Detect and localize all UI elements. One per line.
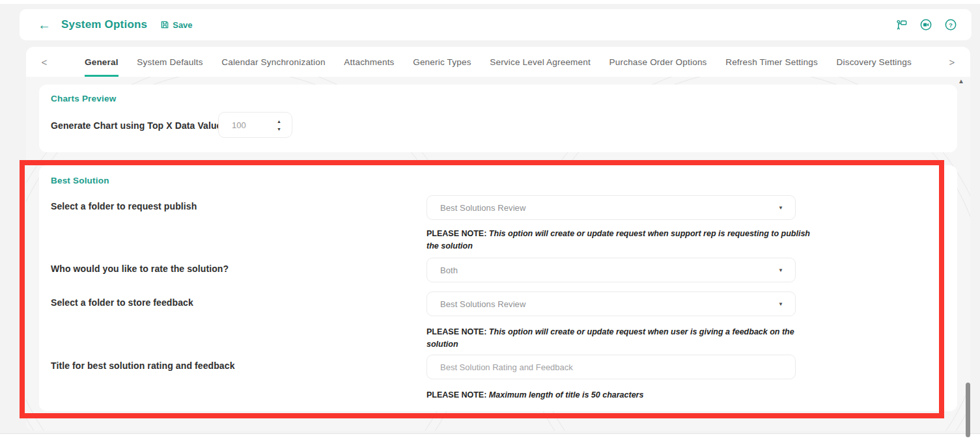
request-publish-folder-select[interactable]: Best Solutions Review ▼ bbox=[427, 195, 796, 220]
page-header: ← System Options Save bbox=[20, 9, 972, 40]
tab-discovery-settings[interactable]: Discovery Settings bbox=[837, 47, 912, 77]
title-length-note: PLEASE NOTE: Maximum length of title is … bbox=[427, 389, 812, 401]
tab-calendar-synchronization[interactable]: Calendar Synchronization bbox=[221, 47, 325, 77]
tab-general[interactable]: General bbox=[85, 47, 119, 77]
system-options-page: ← System Options Save bbox=[0, 0, 980, 447]
chevron-down-icon: ▼ bbox=[778, 301, 783, 307]
note-prefix: PLEASE NOTE: bbox=[427, 229, 486, 238]
rating-feedback-title-label: Title for best solution rating and feedb… bbox=[51, 360, 235, 371]
best-solution-title: Best Solution bbox=[51, 176, 109, 185]
note-prefix: PLEASE NOTE: bbox=[427, 327, 486, 336]
best-solution-section: Best Solution Select a folder to request… bbox=[39, 165, 957, 411]
tab-service-level-agreement[interactable]: Service Level Agreement bbox=[490, 47, 591, 77]
store-feedback-folder-select[interactable]: Best Solutions Review ▼ bbox=[427, 291, 796, 316]
scrollbar-thumb[interactable] bbox=[966, 383, 970, 437]
select-value: Both bbox=[440, 265, 778, 275]
tabs-scroll-right-icon[interactable]: > bbox=[934, 47, 970, 77]
record-icon[interactable] bbox=[919, 18, 932, 31]
rate-solution-select[interactable]: Both ▼ bbox=[427, 258, 796, 282]
guided-tour-icon[interactable] bbox=[895, 18, 908, 31]
tab-refresh-timer-settings[interactable]: Refresh Timer Settings bbox=[725, 47, 818, 77]
top-x-data-values-stepper[interactable]: 100 ▲ ▼ bbox=[218, 112, 292, 138]
request-publish-folder-label: Select a folder to request publish bbox=[51, 201, 197, 211]
note-text: Maximum length of title is 50 characters bbox=[489, 390, 644, 400]
tab-generic-types[interactable]: Generic Types bbox=[413, 47, 471, 77]
charts-preview-section: Charts Preview Generate Chart using Top … bbox=[39, 85, 957, 152]
save-floppy-icon bbox=[160, 20, 169, 29]
top-x-data-values-label: Generate Chart using Top X Data Values bbox=[51, 120, 227, 131]
tab-system-defaults[interactable]: System Defaults bbox=[137, 47, 203, 77]
save-button-label: Save bbox=[173, 20, 192, 30]
tab-attachments[interactable]: Attachments bbox=[344, 47, 394, 77]
svg-text:?: ? bbox=[949, 21, 953, 29]
settings-content-card: < General System Defaults Calendar Synch… bbox=[26, 47, 970, 431]
back-arrow-icon[interactable]: ← bbox=[38, 18, 51, 31]
request-publish-note: PLEASE NOTE: This option will create or … bbox=[427, 228, 812, 252]
help-icon[interactable]: ? bbox=[944, 18, 957, 31]
store-feedback-note: PLEASE NOTE: This option will create or … bbox=[427, 326, 812, 351]
tabs-scroll-left-icon[interactable]: < bbox=[26, 47, 63, 77]
tabs: General System Defaults Calendar Synchro… bbox=[63, 47, 934, 77]
header-actions: ? bbox=[895, 18, 957, 31]
tab-bar: < General System Defaults Calendar Synch… bbox=[26, 47, 970, 77]
stepper-value: 100 bbox=[232, 120, 277, 130]
select-value: Best Solutions Review bbox=[440, 203, 778, 213]
chevron-down-icon: ▼ bbox=[778, 267, 783, 273]
save-button[interactable]: Save bbox=[160, 20, 192, 30]
page-title: System Options bbox=[61, 18, 147, 31]
rate-solution-label: Who would you like to rate the solution? bbox=[51, 264, 229, 274]
store-feedback-folder-label: Select a folder to store feedback bbox=[51, 297, 193, 308]
footer-strip bbox=[0, 433, 980, 447]
stepper-down-icon[interactable]: ▼ bbox=[277, 127, 281, 131]
scroll-up-icon[interactable]: ▲ bbox=[958, 77, 964, 85]
charts-preview-title: Charts Preview bbox=[51, 94, 116, 103]
note-prefix: PLEASE NOTE: bbox=[427, 390, 486, 400]
tab-purchase-order-options[interactable]: Purchase Order Options bbox=[609, 47, 707, 77]
rating-feedback-title-input[interactable] bbox=[427, 355, 796, 379]
select-value: Best Solutions Review bbox=[440, 299, 778, 309]
chevron-down-icon: ▼ bbox=[778, 205, 783, 211]
stepper-up-icon[interactable]: ▲ bbox=[277, 119, 281, 124]
